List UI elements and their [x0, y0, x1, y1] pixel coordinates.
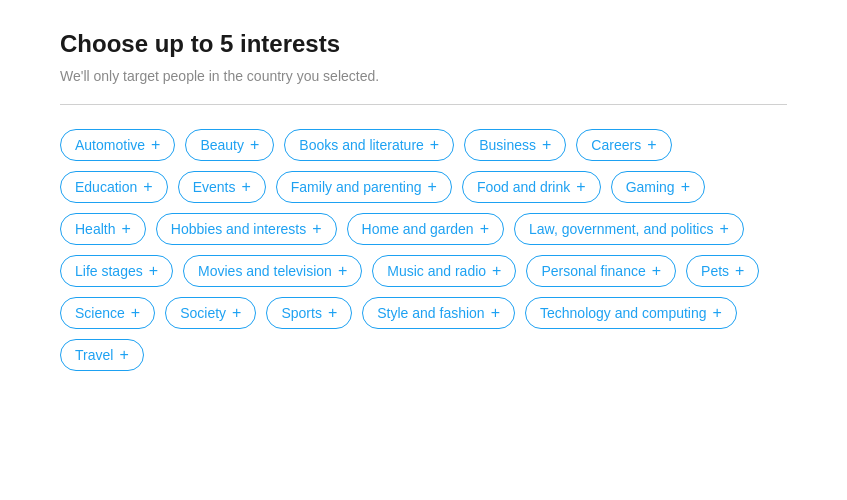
interest-tag-health[interactable]: Health+ — [60, 213, 146, 245]
interest-tag-law-government-politics[interactable]: Law, government, and politics+ — [514, 213, 744, 245]
interest-tag-business[interactable]: Business+ — [464, 129, 566, 161]
plus-icon: + — [735, 263, 744, 279]
interest-tag-hobbies-and-interests[interactable]: Hobbies and interests+ — [156, 213, 337, 245]
interests-container: Automotive+Beauty+Books and literature+B… — [60, 129, 787, 371]
interest-label: Life stages — [75, 263, 143, 279]
plus-icon: + — [428, 179, 437, 195]
interest-label: Food and drink — [477, 179, 570, 195]
interest-tag-food-and-drink[interactable]: Food and drink+ — [462, 171, 601, 203]
interest-tag-education[interactable]: Education+ — [60, 171, 168, 203]
plus-icon: + — [312, 221, 321, 237]
interest-tag-movies-and-television[interactable]: Movies and television+ — [183, 255, 362, 287]
interest-label: Music and radio — [387, 263, 486, 279]
plus-icon: + — [681, 179, 690, 195]
plus-icon: + — [232, 305, 241, 321]
plus-icon: + — [430, 137, 439, 153]
plus-icon: + — [480, 221, 489, 237]
plus-icon: + — [328, 305, 337, 321]
interest-label: Books and literature — [299, 137, 424, 153]
interest-label: Society — [180, 305, 226, 321]
interest-tag-travel[interactable]: Travel+ — [60, 339, 144, 371]
interest-label: Education — [75, 179, 137, 195]
plus-icon: + — [492, 263, 501, 279]
plus-icon: + — [151, 137, 160, 153]
plus-icon: + — [491, 305, 500, 321]
interest-label: Style and fashion — [377, 305, 484, 321]
interest-tag-events[interactable]: Events+ — [178, 171, 266, 203]
interest-label: Personal finance — [541, 263, 645, 279]
plus-icon: + — [576, 179, 585, 195]
interest-tag-family-and-parenting[interactable]: Family and parenting+ — [276, 171, 452, 203]
interest-tag-style-and-fashion[interactable]: Style and fashion+ — [362, 297, 515, 329]
interest-tag-personal-finance[interactable]: Personal finance+ — [526, 255, 676, 287]
page-subtitle: We'll only target people in the country … — [60, 68, 787, 84]
plus-icon: + — [719, 221, 728, 237]
interest-label: Beauty — [200, 137, 244, 153]
interest-label: Movies and television — [198, 263, 332, 279]
interest-label: Events — [193, 179, 236, 195]
interest-label: Hobbies and interests — [171, 221, 306, 237]
plus-icon: + — [121, 221, 130, 237]
page-title: Choose up to 5 interests — [60, 30, 787, 58]
interest-tag-careers[interactable]: Careers+ — [576, 129, 671, 161]
plus-icon: + — [713, 305, 722, 321]
plus-icon: + — [647, 137, 656, 153]
plus-icon: + — [652, 263, 661, 279]
interest-tag-automotive[interactable]: Automotive+ — [60, 129, 175, 161]
interest-label: Law, government, and politics — [529, 221, 713, 237]
plus-icon: + — [250, 137, 259, 153]
interest-label: Technology and computing — [540, 305, 707, 321]
interest-label: Family and parenting — [291, 179, 422, 195]
interest-tag-beauty[interactable]: Beauty+ — [185, 129, 274, 161]
interest-tag-sports[interactable]: Sports+ — [266, 297, 352, 329]
interest-tag-books-and-literature[interactable]: Books and literature+ — [284, 129, 454, 161]
interest-label: Home and garden — [362, 221, 474, 237]
plus-icon: + — [338, 263, 347, 279]
interest-label: Pets — [701, 263, 729, 279]
plus-icon: + — [119, 347, 128, 363]
interest-tag-science[interactable]: Science+ — [60, 297, 155, 329]
plus-icon: + — [131, 305, 140, 321]
interest-tag-pets[interactable]: Pets+ — [686, 255, 759, 287]
plus-icon: + — [542, 137, 551, 153]
plus-icon: + — [149, 263, 158, 279]
interest-tag-life-stages[interactable]: Life stages+ — [60, 255, 173, 287]
interest-tag-music-and-radio[interactable]: Music and radio+ — [372, 255, 516, 287]
plus-icon: + — [143, 179, 152, 195]
interest-label: Sports — [281, 305, 321, 321]
section-divider — [60, 104, 787, 105]
interest-label: Health — [75, 221, 115, 237]
interest-tag-gaming[interactable]: Gaming+ — [611, 171, 705, 203]
interest-label: Careers — [591, 137, 641, 153]
interest-tag-society[interactable]: Society+ — [165, 297, 256, 329]
interest-label: Travel — [75, 347, 113, 363]
interest-tag-home-and-garden[interactable]: Home and garden+ — [347, 213, 504, 245]
interest-label: Science — [75, 305, 125, 321]
interest-label: Business — [479, 137, 536, 153]
interest-tag-technology-and-computing[interactable]: Technology and computing+ — [525, 297, 737, 329]
plus-icon: + — [241, 179, 250, 195]
interest-label: Gaming — [626, 179, 675, 195]
interest-label: Automotive — [75, 137, 145, 153]
